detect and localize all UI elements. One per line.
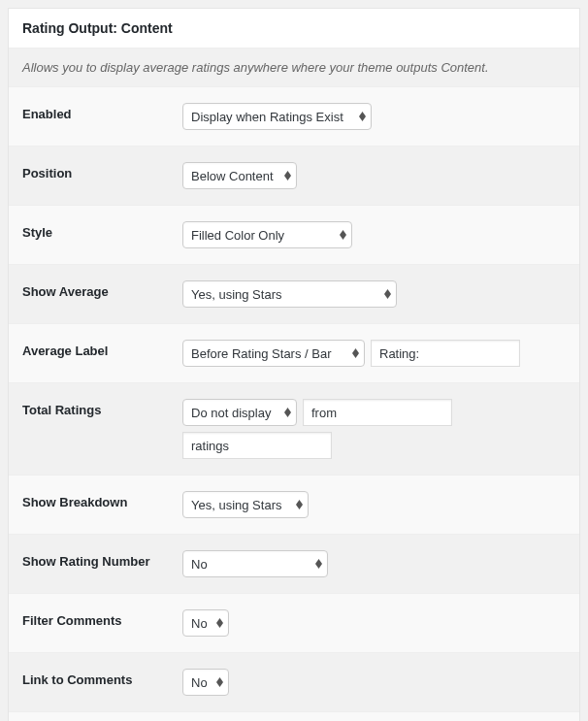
- label-average-label: Average Label: [22, 340, 182, 358]
- show-average-select[interactable]: Yes, using Stars: [182, 280, 397, 308]
- link-to-comments-select[interactable]: No: [182, 669, 229, 696]
- label-position: Position: [22, 162, 182, 180]
- row-position: Position Below Content: [9, 146, 579, 205]
- settings-panel: Rating Output: Content Allows you to dis…: [8, 8, 580, 721]
- row-total-ratings: Total Ratings Do not display: [9, 382, 579, 475]
- style-select[interactable]: Filled Color Only: [182, 221, 352, 248]
- label-filter-comments: Filter Comments: [22, 609, 182, 628]
- control-show-rating-number: No: [182, 550, 566, 577]
- panel-title: Rating Output: Content: [22, 20, 566, 36]
- control-show-breakdown: Yes, using Stars: [182, 491, 566, 518]
- total-ratings-input-ratings[interactable]: [182, 432, 332, 459]
- enabled-select[interactable]: Display when Ratings Exist: [182, 103, 372, 130]
- select-wrapper-total-ratings: Do not display: [182, 399, 297, 426]
- average-label-select[interactable]: Before Rating Stars / Bar: [182, 340, 365, 367]
- control-show-average: Yes, using Stars: [182, 280, 566, 308]
- row-show-rating-number: Show Rating Number No: [9, 534, 579, 593]
- panel-header: Rating Output: Content: [9, 9, 579, 49]
- control-average-label: Before Rating Stars / Bar: [182, 340, 566, 367]
- row-filter-comments: Filter Comments No: [9, 593, 579, 652]
- total-ratings-select[interactable]: Do not display: [182, 399, 297, 426]
- total-ratings-input-from[interactable]: [303, 399, 452, 426]
- label-show-rating-number: Show Rating Number: [22, 550, 182, 569]
- label-total-ratings: Total Ratings: [22, 399, 182, 417]
- select-wrapper-link-to-comments: No: [182, 669, 229, 696]
- row-style: Style Filled Color Only: [9, 205, 579, 264]
- control-total-ratings: Do not display: [182, 399, 566, 459]
- control-filter-comments: No: [182, 609, 566, 637]
- select-wrapper-average-label: Before Rating Stars / Bar: [182, 340, 365, 367]
- average-label-input[interactable]: [371, 340, 520, 367]
- control-enabled: Display when Ratings Exist: [182, 103, 566, 130]
- panel-description: Allows you to display average ratings an…: [9, 49, 579, 86]
- position-select[interactable]: Below Content: [182, 162, 297, 189]
- label-show-average: Show Average: [22, 280, 182, 299]
- control-position: Below Content: [182, 162, 566, 189]
- row-css-id: CSS ID: [9, 711, 579, 721]
- select-wrapper-filter-comments: No: [182, 609, 229, 637]
- label-style: Style: [22, 221, 182, 240]
- row-show-breakdown: Show Breakdown Yes, using Stars: [9, 475, 579, 534]
- select-wrapper-style: Filled Color Only: [182, 221, 352, 248]
- label-link-to-comments: Link to Comments: [22, 669, 182, 687]
- control-link-to-comments: No: [182, 669, 566, 696]
- row-enabled: Enabled Display when Ratings Exist: [9, 86, 579, 146]
- show-breakdown-select[interactable]: Yes, using Stars: [182, 491, 309, 518]
- label-show-breakdown: Show Breakdown: [22, 491, 182, 509]
- row-average-label: Average Label Before Rating Stars / Bar: [9, 323, 579, 382]
- show-rating-number-select[interactable]: No: [182, 550, 328, 577]
- select-wrapper-show-rating-number: No: [182, 550, 328, 577]
- label-enabled: Enabled: [22, 103, 182, 121]
- row-link-to-comments: Link to Comments No: [9, 652, 579, 711]
- control-style: Filled Color Only: [182, 221, 566, 248]
- select-wrapper-show-breakdown: Yes, using Stars: [182, 491, 309, 518]
- select-wrapper-show-average: Yes, using Stars: [182, 280, 397, 308]
- select-wrapper-enabled: Display when Ratings Exist: [182, 103, 372, 130]
- filter-comments-select[interactable]: No: [182, 609, 229, 637]
- select-wrapper-position: Below Content: [182, 162, 297, 189]
- row-show-average: Show Average Yes, using Stars: [9, 264, 579, 323]
